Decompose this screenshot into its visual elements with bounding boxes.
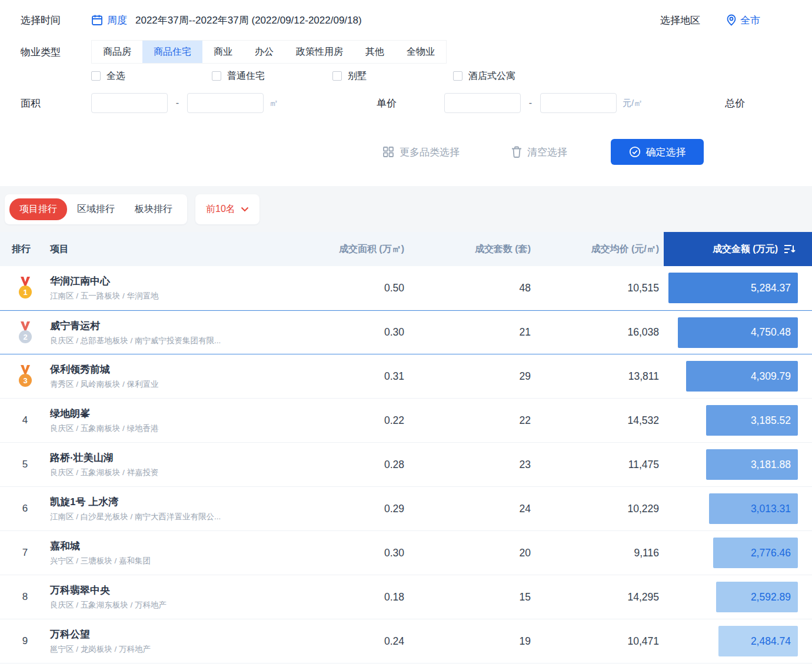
table-header: 排行 项目 成交面积 (万㎡) 成交套数 (套) 成交均价 (元/㎡) 成交金额…: [0, 232, 812, 266]
area-unit-label: ㎡: [269, 98, 278, 109]
project-name: 嘉和城: [50, 539, 271, 553]
checkbox-item[interactable]: 全选: [91, 70, 212, 82]
property-type-tab[interactable]: 商品住宅: [142, 41, 202, 63]
checkbox[interactable]: [212, 71, 221, 81]
ranking-tab-band: 项目排行区域排行板块排行 前10名: [0, 186, 812, 232]
project-name: 万科翡翠中央: [50, 583, 271, 597]
column-header-amount-label: 成交金额 (万元): [713, 243, 778, 256]
unit-price-range-separator: -: [521, 98, 540, 108]
unit-price-min-input[interactable]: [444, 93, 521, 113]
deal-units-cell: 29: [409, 370, 535, 383]
deal-area-cell: 0.31: [271, 370, 409, 383]
region-selector[interactable]: 全市: [726, 14, 760, 27]
project-detail: 兴宁区 / 三塘板块 / 嘉和集团: [50, 556, 271, 566]
checkbox[interactable]: [332, 71, 342, 81]
table-row[interactable]: 7嘉和城兴宁区 / 三塘板块 / 嘉和集团0.30209,1162,776.46: [0, 531, 812, 575]
amount-bar: 4,309.79: [686, 361, 798, 392]
table-row[interactable]: 4绿地朗峯良庆区 / 五象南板块 / 绿地香港0.222214,5323,185…: [0, 399, 812, 443]
amount-bar: 3,013.31: [709, 493, 798, 524]
checkbox-item[interactable]: 酒店式公寓: [453, 70, 574, 82]
ranking-tab[interactable]: 项目排行: [9, 198, 67, 220]
deal-units-cell: 24: [409, 503, 535, 515]
project-detail: 良庆区 / 五象湖板块 / 祥嘉投资: [50, 467, 271, 478]
more-categories-button[interactable]: 更多品类选择: [382, 145, 460, 159]
column-header-amount[interactable]: 成交金额 (万元): [664, 232, 812, 266]
confirm-selection-button[interactable]: 确定选择: [611, 139, 704, 165]
deal-units-cell: 15: [409, 591, 535, 603]
confirm-selection-label: 确定选择: [646, 145, 686, 159]
property-type-tab[interactable]: 办公: [244, 41, 285, 63]
table-row[interactable]: 6凯旋1号 上水湾江南区 / 白沙星光板块 / 南宁大西洋置业有限公...0.2…: [0, 487, 812, 531]
check-circle-icon: [629, 146, 641, 158]
table-body: 1华润江南中心江南区 / 五一路板块 / 华润置地0.504810,5155,2…: [0, 266, 812, 664]
location-pin-icon: [726, 14, 737, 26]
unit-price-label: 单价: [377, 97, 444, 110]
project-cell: 路桥·壮美山湖良庆区 / 五象湖板块 / 祥嘉投资: [50, 451, 271, 478]
amount-cell: 5,284.37: [664, 266, 812, 310]
property-type-tab[interactable]: 商业: [202, 41, 244, 63]
checkbox-row: 全选普通住宅别墅酒店式公寓: [0, 71, 812, 81]
amount-cell: 3,013.31: [664, 487, 812, 530]
deal-units-cell: 23: [409, 459, 535, 471]
ranking-tab[interactable]: 板块排行: [125, 198, 182, 220]
area-max-input[interactable]: [187, 93, 264, 113]
area-min-input[interactable]: [91, 93, 168, 113]
deal-units-cell: 21: [409, 326, 535, 339]
clear-selection-button[interactable]: 清空选择: [511, 145, 567, 159]
amount-bar: 4,750.48: [678, 317, 798, 348]
project-cell: 威宁青运村良庆区 / 总部基地板块 / 南宁威宁投资集团有限...: [50, 319, 271, 346]
time-range-value[interactable]: 2022年37周--2022年37周 (2022/09/12-2022/09/1…: [135, 14, 362, 27]
table-row[interactable]: 5路桥·壮美山湖良庆区 / 五象湖板块 / 祥嘉投资0.282311,4753,…: [0, 443, 812, 487]
page: 选择时间 周度 2022年37周--2022年37周 (2022/09/12-2…: [0, 0, 812, 664]
column-header-project: 项目: [50, 243, 271, 256]
top-n-filter[interactable]: 前10名: [195, 194, 259, 224]
project-cell: 绿地朗峯良庆区 / 五象南板块 / 绿地香港: [50, 407, 271, 434]
checkbox-item[interactable]: 别墅: [332, 70, 453, 82]
deal-area-cell: 0.50: [271, 282, 409, 294]
property-type-tab[interactable]: 其他: [354, 41, 395, 63]
property-type-tab[interactable]: 全物业: [395, 41, 446, 63]
deal-area-cell: 0.30: [271, 547, 409, 559]
grid-icon: [382, 146, 394, 158]
unit-price-max-input[interactable]: [540, 93, 617, 113]
property-type-tab[interactable]: 商品房: [92, 41, 142, 63]
amount-cell: 2,484.74: [664, 619, 812, 663]
amount-cell: 2,776.46: [664, 531, 812, 575]
amount-bar: 5,284.37: [668, 273, 798, 303]
property-type-tab[interactable]: 政策性用房: [285, 41, 354, 63]
sort-icon: [784, 244, 796, 254]
deal-area-cell: 0.30: [271, 326, 409, 339]
project-cell: 保利领秀前城青秀区 / 凤岭南板块 / 保利置业: [50, 363, 271, 390]
project-detail: 江南区 / 白沙星光板块 / 南宁大西洋置业有限公...: [50, 512, 271, 522]
ranking-tabs: 项目排行区域排行板块排行: [5, 194, 187, 224]
deal-units-cell: 20: [409, 547, 535, 559]
ranking-tab[interactable]: 区域排行: [67, 198, 125, 220]
rank-cell: 8: [0, 591, 50, 603]
checkbox-label: 别墅: [348, 70, 367, 82]
project-detail: 江南区 / 五一路板块 / 华润置地: [50, 291, 271, 301]
time-mode-selector[interactable]: 周度: [91, 14, 127, 27]
table-row[interactable]: 3保利领秀前城青秀区 / 凤岭南板块 / 保利置业0.312913,8114,3…: [0, 354, 812, 399]
rank-cell: 4: [0, 414, 50, 426]
table-row[interactable]: 8万科翡翠中央良庆区 / 五象湖东板块 / 万科地产0.181514,2952,…: [0, 575, 812, 619]
checkbox[interactable]: [91, 71, 101, 81]
checkbox-item[interactable]: 普通住宅: [212, 70, 332, 82]
checkbox[interactable]: [453, 71, 462, 81]
project-detail: 良庆区 / 总部基地板块 / 南宁威宁投资集团有限...: [50, 336, 271, 346]
deal-units-cell: 19: [409, 635, 535, 648]
time-mode-label: 周度: [107, 14, 127, 27]
project-cell: 凯旋1号 上水湾江南区 / 白沙星光板块 / 南宁大西洋置业有限公...: [50, 495, 271, 522]
range-inputs-row: 面积 - ㎡ 单价 - 元/㎡ 总价: [0, 93, 812, 113]
table-row[interactable]: 1华润江南中心江南区 / 五一路板块 / 华润置地0.504810,5155,2…: [0, 266, 812, 310]
property-type-tabs: 商品房商品住宅商业办公政策性用房其他全物业: [91, 40, 447, 64]
avg-price-cell: 10,515: [535, 282, 664, 294]
avg-price-cell: 10,229: [535, 503, 664, 515]
table-row[interactable]: 2威宁青运村良庆区 / 总部基地板块 / 南宁威宁投资集团有限...0.3021…: [0, 310, 812, 354]
amount-bar: 3,181.88: [706, 449, 798, 480]
table-row[interactable]: 9万科公望邕宁区 / 龙岗板块 / 万科地产0.241910,4712,484.…: [0, 619, 812, 664]
deal-area-cell: 0.24: [271, 635, 409, 648]
actions-row: 更多品类选择 清空选择 确定选择: [0, 139, 812, 165]
column-header-avg-price: 成交均价 (元/㎡): [535, 243, 664, 256]
more-categories-label: 更多品类选择: [400, 145, 460, 159]
column-header-area: 成交面积 (万㎡): [271, 243, 409, 256]
